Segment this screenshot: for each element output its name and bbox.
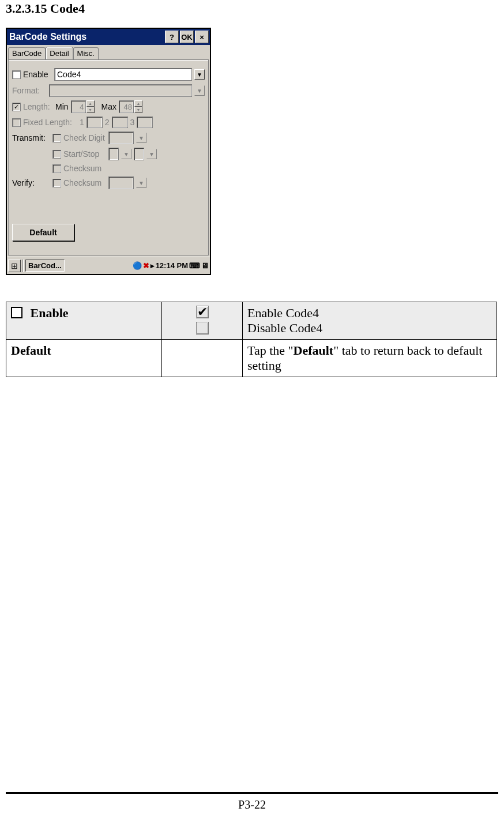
max-spinner: 48 ▲▼ xyxy=(119,100,142,113)
chevron-down-icon: ▼ xyxy=(149,151,155,157)
code-select[interactable]: Code4 xyxy=(54,68,192,81)
length-checkbox: ✓ xyxy=(12,103,21,111)
length-label: Length: xyxy=(23,102,53,111)
max-value: 48 xyxy=(119,100,134,113)
transmit-checkdigit-checkbox xyxy=(52,134,61,142)
transmit-startstop-select1 xyxy=(108,148,119,160)
fixed1-label: 1 xyxy=(80,118,84,127)
taskbar-app[interactable]: BarCod... xyxy=(25,260,65,272)
transmit-startstop-label: Start/Stop xyxy=(63,149,106,159)
screenshot-window: BarCode Settings ? OK × BarCode Detail M… xyxy=(6,28,211,275)
opt-enable-desc: Enable Code4 Disable Code4 xyxy=(243,302,497,340)
transmit-startstop-select2 xyxy=(134,148,144,160)
chevron-down-icon: ▼ xyxy=(197,88,202,94)
fixedlength-checkbox xyxy=(12,118,21,127)
chevron-down-icon: ▼ xyxy=(138,180,144,186)
opt-default-desc-prefix: Tap the " xyxy=(247,343,294,358)
transmit-checkdigit-select xyxy=(108,131,134,144)
checked-icon: ✔ xyxy=(196,306,209,318)
opt-enable-cell: Enable xyxy=(6,302,162,340)
fixed3-input xyxy=(137,117,153,128)
taskbar: ⊞ BarCod... 🔵 ✖ ▸ 12:14 PM ⌨ 🖥 xyxy=(7,257,210,274)
options-table: Enable ✔ Enable Code4 Disable Code4 Defa… xyxy=(6,302,497,377)
enable-label: Enable xyxy=(23,70,52,79)
transmit-startstop-arrow1: ▼ xyxy=(121,149,131,159)
transmit-checksum-label: Checksum xyxy=(63,164,101,173)
opt-default-label: Default xyxy=(6,340,162,377)
ok-button[interactable]: OK xyxy=(180,31,194,43)
transmit-checksum-checkbox xyxy=(52,164,61,173)
format-select xyxy=(49,84,192,97)
default-button[interactable]: Default xyxy=(12,224,74,241)
min-value: 4 xyxy=(71,100,86,113)
fixedlength-label: Fixed Length: xyxy=(23,118,77,127)
fixed3-label: 3 xyxy=(130,118,135,127)
chevron-down-icon: ▼ xyxy=(123,151,129,157)
transmit-checkdigit-label: Check Digit xyxy=(63,133,106,142)
transmit-startstop-checkbox xyxy=(52,150,61,159)
windows-flag-icon: ⊞ xyxy=(11,261,18,270)
page-number: P3-22 xyxy=(0,798,504,811)
verify-checksum-label: Checksum xyxy=(63,178,106,187)
max-down[interactable]: ▼ xyxy=(134,107,142,113)
max-up[interactable]: ▲ xyxy=(134,100,142,107)
verify-label: Verify: xyxy=(12,178,50,187)
min-up[interactable]: ▲ xyxy=(86,100,95,107)
opt-enable-icons: ✔ xyxy=(162,302,243,340)
verify-checksum-arrow: ▼ xyxy=(136,178,146,188)
format-select-arrow: ▼ xyxy=(194,85,205,96)
tab-barcode[interactable]: BarCode xyxy=(8,47,46,60)
checkbox-icon xyxy=(11,307,22,318)
network-icon[interactable]: 🔵 xyxy=(133,261,142,270)
max-label: Max xyxy=(101,102,116,111)
format-label: Format: xyxy=(12,86,47,95)
opt-default-desc: Tap the "Default" tab to return back to … xyxy=(243,340,497,377)
help-button[interactable]: ? xyxy=(165,31,179,43)
enable-checkbox[interactable] xyxy=(12,70,21,79)
code-select-arrow[interactable]: ▼ xyxy=(194,69,205,80)
verify-checksum-checkbox xyxy=(52,179,61,187)
min-down[interactable]: ▼ xyxy=(86,107,95,113)
section-heading: 3.2.3.15 Code4 xyxy=(6,0,498,28)
tab-detail[interactable]: Detail xyxy=(46,47,73,59)
opt-default-desc-bold: Default xyxy=(294,343,334,358)
tabs: BarCode Detail Misc. xyxy=(8,47,209,60)
code-select-value: Code4 xyxy=(57,70,190,79)
tab-misc[interactable]: Misc. xyxy=(73,47,99,60)
opt-enable-desc-checked: Enable Code4 xyxy=(247,306,492,321)
titlebar: BarCode Settings ? OK × xyxy=(7,29,210,45)
window-title: BarCode Settings xyxy=(9,32,164,42)
transmit-startstop-arrow2: ▼ xyxy=(146,149,157,159)
keyboard-icon[interactable]: ⌨ xyxy=(189,261,200,270)
close-button[interactable]: × xyxy=(195,31,209,43)
signal-icon[interactable]: ✖ xyxy=(143,261,149,270)
tabpage-detail: Enable Code4 ▼ Format: ▼ ✓ Length: Min xyxy=(8,59,209,255)
chevron-down-icon: ▼ xyxy=(138,135,144,141)
opt-enable-desc-unchecked: Disable Code4 xyxy=(247,321,492,336)
min-label: Min xyxy=(55,102,69,111)
fixed1-input xyxy=(86,117,103,128)
verify-checksum-select xyxy=(108,176,134,189)
fixed2-input xyxy=(112,117,128,128)
unchecked-icon xyxy=(196,322,209,335)
tray: 🔵 ✖ ▸ 12:14 PM ⌨ 🖥 xyxy=(133,261,209,270)
transmit-checkdigit-arrow: ▼ xyxy=(136,133,146,143)
opt-default-icon xyxy=(162,340,243,377)
chevron-down-icon: ▼ xyxy=(197,72,202,78)
fixed2-label: 2 xyxy=(105,118,110,127)
footer-rule xyxy=(6,792,498,794)
start-button[interactable]: ⊞ xyxy=(8,260,21,272)
desktop-icon[interactable]: 🖥 xyxy=(201,261,209,270)
transmit-label: Transmit: xyxy=(12,133,50,142)
speaker-icon[interactable]: ▸ xyxy=(151,261,155,270)
opt-enable-label: Enable xyxy=(31,306,69,320)
taskbar-time: 12:14 PM xyxy=(156,261,188,270)
min-spinner: 4 ▲▼ xyxy=(71,100,95,113)
